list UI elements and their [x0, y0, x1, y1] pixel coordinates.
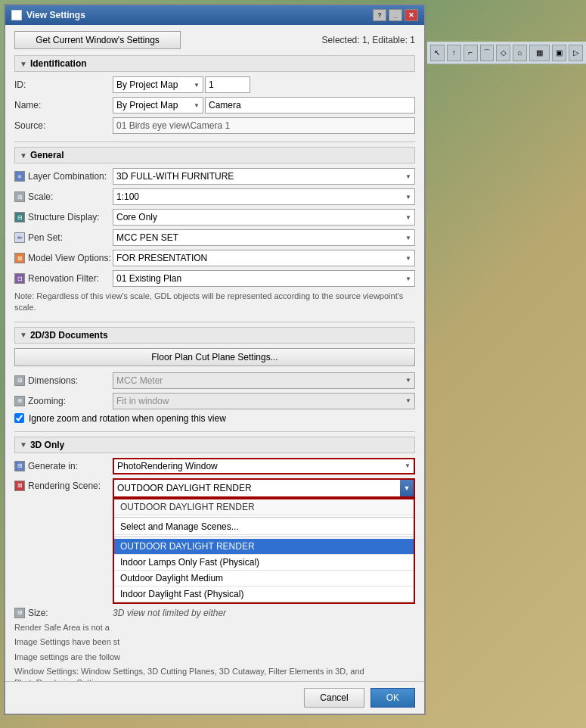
ignore-zoom-row: Ignore zoom and rotation when opening th… — [14, 413, 415, 424]
dialog-app-icon — [11, 10, 22, 20]
size-label: ⊞ Size: — [14, 608, 113, 618]
toolbar-btn-5[interactable]: ◇ — [496, 45, 510, 61]
toolbar-btn-1[interactable]: ↖ — [430, 45, 445, 61]
help-button[interactable]: ? — [373, 9, 386, 21]
name-row: Name: By Project Map ▼ — [14, 97, 415, 114]
identification-header: ▼ Identification — [14, 55, 415, 72]
scene-list-divider — [114, 517, 414, 518]
rendering-scene-control: OUTDOOR DAYLIGHT RENDER ▼ OUTDOOR DAYLIG… — [113, 478, 415, 604]
close-button[interactable]: ✕ — [405, 9, 418, 21]
generate-arrow: ▼ — [405, 462, 411, 469]
renovation-dropdown[interactable]: 01 Existing Plan ▼ — [113, 270, 415, 287]
rendering-scene-dropdown[interactable]: OUTDOOR DAYLIGHT RENDER ▼ — [113, 478, 415, 498]
structure-display-dropdown[interactable]: Core Only ▼ — [113, 209, 415, 226]
scale-dropdown[interactable]: 1:100 ▼ — [113, 188, 415, 205]
rendering-icon: ⊠ — [14, 481, 25, 491]
generate-row: ⊞ Generate in: PhotoRendering Window ▼ — [14, 458, 415, 474]
dialog-footer: Cancel OK — [5, 681, 424, 714]
model-view-label: ⊠ Model View Options: — [14, 253, 113, 263]
structure-display-row: ⊟ Structure Display: Core Only ▼ — [14, 209, 415, 226]
view-settings-dialog: View Settings ? _ ✕ Get Current Window's… — [4, 4, 426, 715]
dialog-title: View Settings — [26, 10, 85, 20]
general-arrow: ▼ — [20, 151, 27, 160]
3d-only-arrow: ▼ — [20, 440, 27, 449]
titlebar-buttons: ? _ ✕ — [373, 9, 418, 21]
toolbar-btn-4[interactable]: ⌒ — [480, 45, 495, 61]
toolbar-btn-8[interactable]: ▣ — [552, 45, 566, 61]
structure-display-label: ⊟ Structure Display: — [14, 212, 113, 222]
3d-only-title: 3D Only — [30, 440, 64, 450]
scene-item-3[interactable]: Indoor Daylight Fast (Physical) — [114, 586, 414, 602]
model-view-dropdown[interactable]: FOR PRESENTATION ▼ — [113, 250, 415, 266]
rendering-scene-scroll-btn[interactable]: ▼ — [400, 480, 414, 496]
general-note: Note: Regardless of this view's scale, G… — [14, 291, 415, 314]
renovation-icon: ⊡ — [14, 273, 25, 284]
render-safe-note: Render Safe Area is not a — [14, 622, 415, 633]
image-settings-full: Window Settings: Window Settings, 3D Cut… — [14, 666, 415, 681]
model-view-row: ⊠ Model View Options: FOR PRESENTATION ▼ — [14, 250, 415, 266]
name-dropdown-arrow: ▼ — [194, 102, 200, 109]
id-label: ID: — [14, 79, 113, 90]
pen-set-row: ✏ Pen Set: MCC PEN SET ▼ — [14, 229, 415, 246]
cancel-button[interactable]: Cancel — [304, 688, 364, 708]
scene-item-2[interactable]: Outdoor Daylight Medium — [114, 571, 414, 586]
toolbar-btn-7[interactable]: ▦ — [529, 45, 550, 61]
minimize-button[interactable]: _ — [389, 9, 402, 21]
layer-combination-label: ≡ Layer Combination: — [14, 171, 113, 182]
scale-icon: ⊞ — [14, 191, 25, 202]
identification-arrow: ▼ — [20, 60, 27, 68]
pen-set-dropdown[interactable]: MCC PEN SET ▼ — [113, 229, 415, 246]
ignore-zoom-label: Ignore zoom and rotation when opening th… — [29, 413, 226, 424]
get-settings-button[interactable]: Get Current Window's Settings — [14, 31, 181, 49]
toolbar-btn-2[interactable]: ↑ — [447, 45, 461, 61]
image-settings-note1: Image Settings have been st — [14, 636, 415, 648]
selected-info: Selected: 1, Editable: 1 — [322, 35, 415, 45]
model-view-icon: ⊠ — [14, 253, 25, 263]
size-icon: ⊞ — [14, 608, 25, 618]
scene-manage-item[interactable]: Select and Manage Scenes... — [114, 519, 414, 535]
name-dropdown[interactable]: By Project Map ▼ — [113, 97, 203, 114]
scale-label: ⊞ Scale: — [14, 191, 113, 202]
layer-combination-dropdown[interactable]: 3D FULL-WITH FURNITURE ▼ — [113, 168, 415, 185]
scale-row: ⊞ Scale: 1:100 ▼ — [14, 188, 415, 205]
floor-plan-button[interactable]: Floor Plan Cut Plane Settings... — [14, 348, 415, 366]
dimensions-arrow: ▼ — [405, 377, 411, 384]
name-input[interactable] — [205, 97, 415, 114]
scene-item-1[interactable]: Indoor Lamps Only Fast (Physical) — [114, 555, 414, 571]
source-input[interactable] — [113, 117, 415, 134]
ok-button[interactable]: OK — [371, 688, 415, 708]
id-input[interactable] — [205, 76, 250, 93]
pen-icon: ✏ — [14, 232, 25, 243]
name-controls: By Project Map ▼ — [113, 97, 415, 114]
titlebar-left: View Settings — [11, 10, 85, 20]
general-title: General — [30, 150, 64, 160]
zooming-dropdown[interactable]: Fit in window ▼ — [113, 393, 415, 409]
pen-set-label: ✏ Pen Set: — [14, 232, 113, 243]
scene-list-divider-2 — [114, 537, 414, 537]
documents-header: ▼ 2D/3D Documents — [14, 327, 415, 344]
scene-item-0[interactable]: OUTDOOR DAYLIGHT RENDER — [114, 539, 414, 555]
scene-current-display: OUTDOOR DAYLIGHT RENDER — [114, 499, 414, 515]
generate-dropdown[interactable]: PhotoRendering Window ▼ — [113, 458, 415, 474]
general-section: ▼ General ≡ Layer Combination: 3D FULL-W… — [14, 147, 415, 314]
model-view-arrow: ▼ — [405, 255, 411, 262]
toolbar-btn-6[interactable]: ⌂ — [513, 45, 527, 61]
top-bar: Get Current Window's Settings Selected: … — [14, 31, 415, 49]
documents-section: ▼ 2D/3D Documents Floor Plan Cut Plane S… — [14, 327, 415, 424]
renovation-arrow: ▼ — [405, 275, 411, 282]
source-row: Source: — [14, 117, 415, 134]
id-dropdown[interactable]: By Project Map ▼ — [113, 76, 203, 93]
ignore-zoom-checkbox[interactable] — [14, 413, 24, 423]
zoom-icon: ⊕ — [14, 396, 25, 406]
structure-display-arrow: ▼ — [405, 214, 411, 221]
zooming-row: ⊕ Zooming: Fit in window ▼ — [14, 393, 415, 409]
generate-label: ⊞ Generate in: — [14, 461, 113, 471]
generate-icon: ⊞ — [14, 461, 25, 471]
dimensions-dropdown[interactable]: MCC Meter ▼ — [113, 372, 415, 389]
toolbar-btn-3[interactable]: ⌐ — [464, 45, 478, 61]
3d-only-header: ▼ 3D Only — [14, 437, 415, 453]
toolbar-btn-9[interactable]: ▷ — [569, 45, 583, 61]
rendering-scene-label: ⊠ Rendering Scene: — [14, 478, 113, 491]
zooming-arrow: ▼ — [405, 397, 411, 404]
dialog-content: Get Current Window's Settings Selected: … — [5, 25, 424, 681]
